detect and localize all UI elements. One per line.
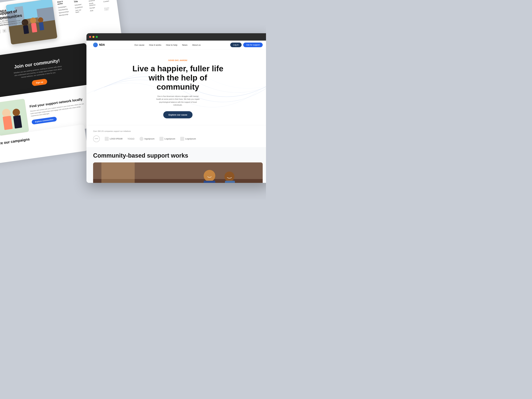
hero-section: GOOD DAY, AARON! Live a happier, fuller … <box>86 49 266 125</box>
footer-col-works-heading: How it works <box>57 0 68 5</box>
svg-point-21 <box>224 171 234 182</box>
browser-minimize-button[interactable] <box>92 36 95 38</box>
footer-link-europe[interactable]: Europe <box>89 6 97 9</box>
footer-link-join-team[interactable]: Join our team <box>75 8 83 13</box>
hero-title: Live a happier, fuller life with the hel… <box>132 64 224 92</box>
nav-link-cause[interactable]: Our cause <box>134 44 145 46</box>
logo-icon-3 <box>139 137 144 141</box>
footer-col-works: How it works Campaigns Volunteering Spon… <box>57 0 70 25</box>
twitter-icon[interactable]: © <box>2 29 7 33</box>
footer-link-volunteer[interactable]: Volunteer <box>75 3 82 6</box>
logos-row: ULTRA LOGO IPSUM YOGO logoipsum Logoipsu… <box>93 135 263 142</box>
svg-rect-22 <box>225 181 235 183</box>
logo-item-4: Logoipsum <box>159 137 175 141</box>
community-photo-area: ULTRA AWARD health organizations <box>93 162 263 183</box>
nav-link-about[interactable]: About us <box>192 44 201 46</box>
nav-link-help[interactable]: How to help <box>166 44 177 46</box>
logo-icon-1 <box>105 137 109 141</box>
facebook-icon[interactable]: f <box>0 29 1 34</box>
logo-item-2: YOGO <box>127 138 134 140</box>
hero-cta: Explore our cause <box>93 111 263 118</box>
footer-link-north-america[interactable]: North America <box>88 0 97 2</box>
svg-point-19 <box>204 170 215 182</box>
footer-link-guidelines[interactable]: Guidelines <box>75 6 83 9</box>
browser-close-button[interactable] <box>89 36 91 38</box>
explore-communities-button[interactable]: Explore communities <box>32 116 57 125</box>
footer-col-about: Our story Contact Privacy Policy <box>102 0 112 19</box>
nav-logo: NDA <box>93 43 105 47</box>
nav-links: Our cause How it works How to help News … <box>134 44 201 46</box>
footer-link-south-america[interactable]: South America <box>89 2 97 6</box>
footer-link-contact[interactable]: Contact <box>103 0 110 3</box>
footer-col-help: How to help Volunteer Guidelines Join ou… <box>74 0 85 23</box>
nav-logo-icon <box>93 43 98 47</box>
nav-logo-text: NDA <box>99 43 105 46</box>
logo-item-3: logoipsum <box>139 137 155 141</box>
browser-body: NDA Our cause How it works How to help N… <box>86 41 266 183</box>
browser-chrome <box>86 33 266 41</box>
community-based-title: Community-based support works <box>93 147 263 162</box>
hero-greeting: GOOD DAY, AARON! <box>93 59 263 61</box>
svg-rect-18 <box>101 162 135 183</box>
svg-rect-20 <box>204 181 215 183</box>
nav-actions: Log in Ask for support <box>230 43 263 47</box>
footer-link-asia[interactable]: Asia <box>90 9 98 12</box>
nav-link-news[interactable]: News <box>182 44 188 46</box>
logo-icon-5 <box>180 137 184 141</box>
footer-col-regions: North America South America Europe Asia <box>88 0 99 21</box>
footer-link-membership[interactable]: Membership <box>59 13 69 16</box>
browser-maximize-button[interactable] <box>96 36 98 38</box>
logo-item-1: LOGO IPSUM <box>105 137 122 141</box>
login-button[interactable]: Log in <box>230 43 242 47</box>
logos-label: Over 260 US companies support our initia… <box>93 130 263 132</box>
support-photo <box>0 99 29 136</box>
ultra-award-badge: ULTRA <box>93 135 100 142</box>
hero-cta-button[interactable]: Explore our cause <box>163 111 193 118</box>
browser-window: NDA Our cause How it works How to help N… <box>86 33 266 183</box>
hero-subtitle: One in five American citizens struggles … <box>155 95 201 107</box>
footer-col-help-heading: How to help <box>74 0 82 3</box>
nav-link-works[interactable]: How it works <box>149 44 161 46</box>
logo-item-5: Logoipsum <box>180 137 196 141</box>
ask-support-button[interactable]: Ask for support <box>243 43 263 47</box>
logo-icon-4 <box>159 137 163 141</box>
community-based-section: Community-based support works <box>86 147 266 183</box>
navbar: NDA Our cause How it works How to help N… <box>86 41 266 49</box>
footer-privacy[interactable]: Privacy Policy <box>104 7 111 11</box>
support-text-area: Find your support network locally Discov… <box>29 97 88 125</box>
logos-section: Over 260 US companies support our initia… <box>86 125 266 147</box>
signup-button[interactable]: Sign up <box>32 78 48 86</box>
